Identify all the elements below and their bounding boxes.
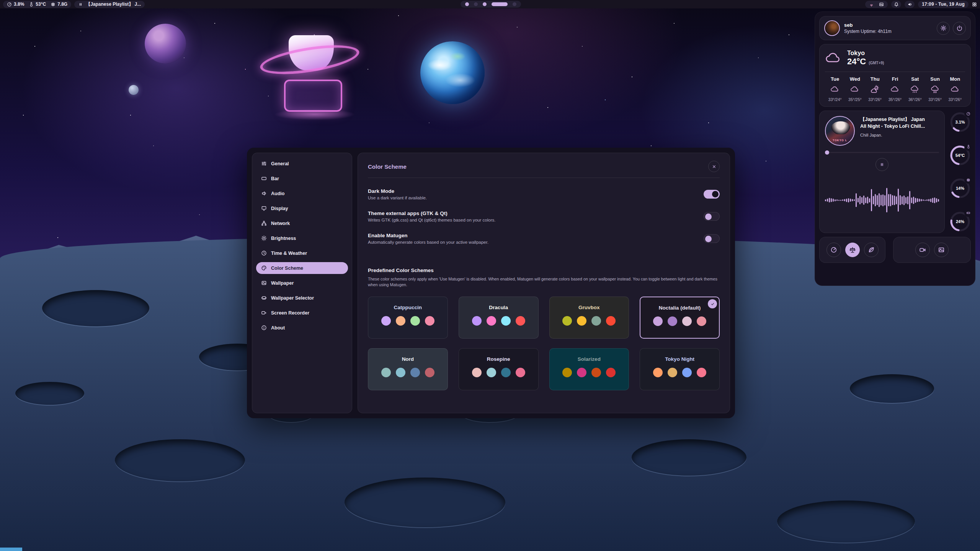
cloud-icon [830,85,840,95]
bar-icon [261,176,267,181]
setting-description: Writes GTK (gtk.css) and Qt (qt6ct) them… [368,218,495,222]
performance-mode-button[interactable] [826,243,841,257]
scheme-card-rosepine[interactable]: Rosepine [459,348,539,390]
forecast-day: Thu 33°/26° [865,76,885,102]
sidebar-item-general[interactable]: General [256,158,348,170]
cpu-usage-stat: 3.8% [7,2,24,7]
sidebar-item-color-scheme[interactable]: Color Scheme [256,262,348,274]
workspace-dot[interactable] [513,2,516,6]
crater [850,374,934,403]
swatch-row [381,368,434,377]
matugen-toggle[interactable] [704,234,720,243]
workspace-dot-active[interactable] [492,2,508,6]
small-moon [129,85,139,95]
scheme-card-nord[interactable]: Nord [368,348,448,390]
selected-badge [708,299,717,308]
media-player-card: TOKYO L 【Japanese Playlist】 Japan All Ni… [819,111,945,233]
scheme-card-gruvbox[interactable]: Gruvbox [549,297,629,339]
scheme-card-noctalia[interactable]: Noctalia (default) [640,297,720,339]
balanced-mode-button[interactable] [845,243,860,257]
performance-mode-card [819,237,885,263]
sidebar-item-label: Screen Recorder [271,310,309,316]
play-pause-button[interactable] [875,158,889,171]
tools-card [893,237,971,263]
sidebar-item-label: Time & Weather [271,251,307,256]
thermometer-icon [966,145,970,149]
color-swatch [562,316,572,326]
sidebar-item-time-weather[interactable]: Time & Weather [256,247,348,259]
color-swatch [472,316,482,326]
system-stats-pill[interactable]: 3.8% 53°C 7.8G [3,1,71,8]
theme-external-toggle[interactable] [704,212,720,221]
close-button[interactable] [708,161,720,172]
bottom-left-accent [0,548,22,551]
sidebar-item-wallpaper-selector[interactable]: Wallpaper Selector [256,292,348,304]
scales-icon [849,246,856,253]
recorder-icon [261,310,267,316]
gauge-icon [966,112,970,116]
color-swatch [591,368,601,377]
system-tray [865,1,888,8]
saturn-cup-art [270,32,351,81]
settings-content: Color Scheme Dark Mode Use a dark varian… [358,153,730,413]
workspace-dot[interactable] [483,2,487,6]
leaf-icon [868,246,875,253]
media-subtitle: Chill Japan. [860,133,925,137]
app-launcher-button[interactable] [972,2,977,7]
sidebar-item-bar[interactable]: Bar [256,173,348,184]
bar-media-pill[interactable]: 【Japanese Playlist】 J... [74,1,145,8]
brightness-icon [261,235,267,241]
workspace-dot[interactable] [474,2,478,6]
temperature-stat: 53°C [29,2,46,7]
monitor-icon [261,205,267,211]
sidebar-item-display[interactable]: Display [256,202,348,214]
settings-button[interactable] [937,22,950,35]
color-swatch [425,368,434,377]
forecast-temps: 36°/26° [908,97,922,102]
forecast-day: Sun 33°/26° [925,76,945,102]
swatch-row [562,368,616,377]
scheme-name: Gruvbox [578,305,600,310]
scheme-card-solarized[interactable]: Solarized [549,348,629,390]
image-icon [938,246,945,253]
scheme-card-catppuccin[interactable]: Catppuccin [368,297,448,339]
forecast-row: Tue 33°/24° Wed 35°/25° Thu 33°/26° Fri [825,76,965,102]
workspace-dot[interactable] [465,2,469,6]
wallpaper-button[interactable] [934,243,949,257]
sidebar-item-network[interactable]: Network [256,217,348,229]
eco-mode-button[interactable] [864,243,879,257]
sidebar-item-about[interactable]: About [256,322,348,334]
sliders-icon [261,161,267,166]
tray-app-icon[interactable] [869,2,874,7]
scheme-card-tokyo-night[interactable]: Tokyo Night [640,348,720,390]
setting-label: Theme external apps (GTK & Qt) [368,210,495,216]
sidebar-item-screen-recorder[interactable]: Screen Recorder [256,307,348,319]
color-swatch [396,368,405,377]
speaker-icon [261,191,267,196]
power-button[interactable] [953,22,966,35]
color-swatch [697,368,706,377]
forecast-day-label: Sat [911,76,919,82]
notifications-button[interactable] [891,1,901,8]
info-icon [261,325,267,331]
media-title-line2: All Night - Tokyo LoFi Chill... [860,123,925,130]
settings-dialog: General Bar Audio Display Network Bright… [247,148,735,418]
progress-knob[interactable] [825,150,829,155]
sidebar-item-label: Network [271,221,290,226]
volume-button[interactable] [905,1,915,8]
dark-mode-toggle[interactable] [704,190,720,199]
divider [368,178,720,178]
forecast-temps: 33°/26° [868,97,882,102]
clock[interactable]: 17:09 - Tue, 19 Aug [918,1,969,8]
color-swatch [697,316,706,326]
media-progress-bar[interactable] [825,152,939,153]
wallpaper-tray-icon[interactable] [879,2,884,7]
sidebar-item-audio[interactable]: Audio [256,187,348,199]
weather-temp: 24°C [847,57,866,67]
color-swatch [682,368,692,377]
scheme-card-dracula[interactable]: Dracula [459,297,539,339]
network-icon [261,220,267,226]
sidebar-item-wallpaper[interactable]: Wallpaper [256,277,348,289]
sidebar-item-brightness[interactable]: Brightness [256,232,348,244]
screen-record-button[interactable] [915,243,930,257]
